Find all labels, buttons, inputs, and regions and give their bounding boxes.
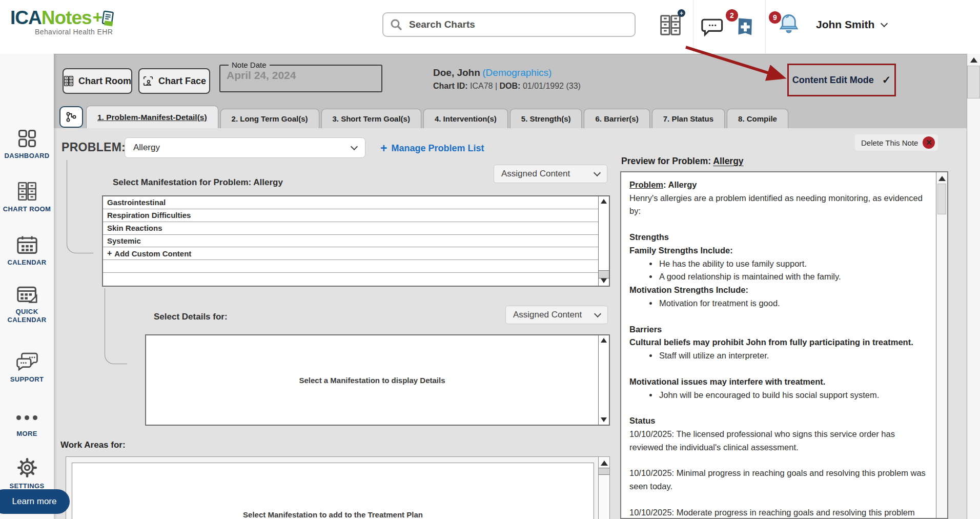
sidebar-item-chart-room[interactable]: CHART ROOM bbox=[0, 181, 54, 213]
scroll-thumb[interactable] bbox=[599, 468, 609, 475]
workflow-icon bbox=[65, 111, 78, 123]
tab-compile[interactable]: 8. Compile bbox=[727, 109, 788, 128]
preview-status-entry: 10/10/2025: Minimal progress in reaching… bbox=[629, 467, 931, 493]
details-scrollbar[interactable] bbox=[598, 335, 609, 425]
preview-motivation-bullets: Motivation for treatment is good. bbox=[629, 297, 931, 310]
manifestation-scrollbar[interactable] bbox=[598, 196, 609, 286]
work-areas-box[interactable]: Select Manifestation to add to the Treat… bbox=[72, 463, 594, 519]
tab-problem-manifest-details[interactable]: 1. Problem-Manifest-Detail(s) bbox=[86, 106, 218, 128]
manifestation-listbox: Gastrointestinal Respiration Difficultie… bbox=[102, 195, 610, 287]
preview-status-entry: 10/10/2025: The licensed professional wh… bbox=[629, 428, 931, 454]
preview-title-problem: Allergy bbox=[713, 156, 743, 166]
work-areas-panel: Select Manifestation to add to the Treat… bbox=[66, 456, 610, 519]
chart-rooms-button[interactable]: + bbox=[659, 12, 682, 38]
demographics-link[interactable]: (Demographics) bbox=[482, 67, 552, 78]
chart-room-button[interactable]: Chart Room bbox=[63, 68, 132, 94]
sidebar-item-more[interactable]: MORE bbox=[0, 409, 54, 438]
search-input[interactable] bbox=[408, 18, 628, 31]
more-dots-icon bbox=[16, 409, 37, 426]
preview-intro: Henry's allergies are a problem identifi… bbox=[629, 192, 931, 218]
problem-selected-value: Allergy bbox=[133, 143, 160, 153]
manifestation-item[interactable]: Systemic bbox=[103, 235, 598, 248]
preview-problem-label: Problem bbox=[629, 180, 663, 189]
patient-name: Doe, John bbox=[433, 67, 480, 78]
file-cabinets-icon bbox=[16, 181, 38, 202]
messages-count-badge: 2 bbox=[726, 9, 738, 22]
scroll-thumb[interactable] bbox=[599, 270, 609, 278]
scroll-thumb[interactable] bbox=[937, 184, 946, 214]
quick-calendar-icon bbox=[16, 284, 38, 304]
add-custom-content-row[interactable]: + Add Custom Content bbox=[103, 247, 598, 260]
tab-short-term-goals[interactable]: 3. Short Term Goal(s) bbox=[321, 109, 421, 128]
sidebar-item-settings[interactable]: SETTINGS bbox=[0, 457, 54, 490]
manage-problem-list-link[interactable]: + Manage Problem List bbox=[380, 142, 484, 155]
chart-id-value: ICA78 bbox=[470, 82, 493, 90]
icanotes-app: ICANotes+ Behavioral Health EHR + 2 bbox=[0, 0, 980, 519]
tab-barriers[interactable]: 6. Barrier(s) bbox=[584, 109, 649, 128]
scroll-down-arrow[interactable] bbox=[601, 417, 607, 422]
scroll-up-arrow[interactable] bbox=[938, 176, 946, 181]
chevron-down-icon bbox=[594, 169, 601, 176]
delete-x-icon: ✕ bbox=[923, 136, 935, 149]
sidebar-item-dashboard[interactable]: DASHBOARD bbox=[0, 129, 54, 160]
note-date-label: Note Date bbox=[229, 61, 270, 69]
work-areas-scrollbar[interactable] bbox=[598, 457, 609, 519]
scroll-thumb[interactable] bbox=[967, 66, 980, 98]
chart-id-label: Chart ID: bbox=[433, 82, 468, 90]
sidebar-item-quick-calendar[interactable]: QUICK CALENDAR bbox=[0, 284, 54, 325]
sidebar-item-support[interactable]: SUPPORT bbox=[0, 351, 54, 384]
prescriptions-icon[interactable]: 2 bbox=[734, 15, 757, 39]
calendar-icon bbox=[16, 234, 38, 255]
tab-long-term-goals[interactable]: 2. Long Term Goal(s) bbox=[220, 109, 319, 128]
preview-body: Problem: Allergy Henry's allergies are a… bbox=[621, 172, 936, 518]
top-header: ICANotes+ Behavioral Health EHR + 2 bbox=[0, 0, 980, 54]
messages-icon[interactable] bbox=[701, 16, 726, 38]
dashboard-icon bbox=[16, 129, 38, 148]
scroll-down-arrow[interactable] bbox=[601, 278, 607, 283]
preview-strengths-heading: Strengths bbox=[629, 231, 931, 244]
chevron-down-icon bbox=[351, 143, 358, 150]
scroll-up-arrow[interactable] bbox=[601, 199, 607, 204]
user-menu[interactable]: John Smith bbox=[816, 18, 887, 31]
content-edit-mode-toggle[interactable]: Content Edit Mode ✓ bbox=[787, 64, 896, 96]
preview-barrier2-heading: Motivational issues may interfere with t… bbox=[629, 375, 931, 389]
checkmark-icon: ✓ bbox=[882, 74, 891, 86]
scroll-up-arrow[interactable] bbox=[601, 461, 608, 466]
manifestation-item[interactable]: Gastrointestinal bbox=[103, 196, 598, 209]
connector-bracket bbox=[105, 288, 127, 364]
note-date-field[interactable]: Note Date April 24, 2024 bbox=[219, 61, 382, 92]
chart-face-button[interactable]: Chart Face bbox=[138, 68, 210, 94]
plus-icon: + bbox=[380, 142, 387, 155]
problem-label: PROBLEM: bbox=[62, 141, 126, 154]
manifestation-item[interactable]: Skin Reactions bbox=[103, 222, 598, 235]
delete-this-note-button[interactable]: Delete This Note ✕ bbox=[855, 134, 938, 151]
preview-scrollbar[interactable] bbox=[936, 172, 947, 518]
scroll-up-arrow[interactable] bbox=[601, 338, 607, 343]
assigned-content-dropdown-details[interactable]: Assigned Content bbox=[505, 306, 608, 324]
sidebar-item-calendar[interactable]: CALENDAR bbox=[0, 234, 54, 267]
scroll-up-arrow[interactable] bbox=[970, 57, 977, 63]
notifications-count-badge: 9 bbox=[769, 11, 781, 24]
note-tabs: 1. Problem-Manifest-Detail(s) 2. Long Te… bbox=[86, 106, 788, 128]
learn-more-button[interactable]: Learn more bbox=[0, 489, 70, 514]
manifestation-item[interactable]: Respiration Difficulties bbox=[103, 209, 598, 222]
notifications-bell-icon[interactable]: 9 bbox=[778, 12, 800, 36]
preview-problem-value: : Allergy bbox=[663, 180, 697, 189]
chevron-down-icon bbox=[594, 310, 601, 317]
problem-select[interactable]: Allergy bbox=[125, 137, 365, 158]
preview-panel: Problem: Allergy Henry's allergies are a… bbox=[620, 171, 948, 519]
tab-interventions[interactable]: 4. Intervention(s) bbox=[423, 109, 508, 128]
preview-family-bullets: He has the ability to use family support… bbox=[629, 257, 931, 284]
search-charts-box[interactable] bbox=[382, 12, 636, 37]
add-chart-badge: + bbox=[678, 9, 685, 17]
icanotes-logo[interactable]: ICANotes+ Behavioral Health EHR bbox=[10, 7, 116, 36]
treatment-plan-tree-button[interactable] bbox=[59, 106, 83, 128]
assigned-content-dropdown-manifestation[interactable]: Assigned Content bbox=[494, 165, 607, 183]
main-scrollbar[interactable] bbox=[967, 54, 980, 519]
preview-barrier2-bullets: John will be encouraged to build his soc… bbox=[629, 389, 931, 402]
details-listbox: Select a Manifestation to display Detail… bbox=[145, 334, 610, 426]
tab-strengths[interactable]: 5. Strength(s) bbox=[510, 109, 582, 128]
work-areas-empty-message: Select Manifestation to add to the Treat… bbox=[72, 510, 594, 519]
left-sidebar: DASHBOARD CHART ROOM CALENDAR QUICK CALE… bbox=[0, 54, 54, 519]
tab-plan-status[interactable]: 7. Plan Status bbox=[652, 109, 725, 128]
